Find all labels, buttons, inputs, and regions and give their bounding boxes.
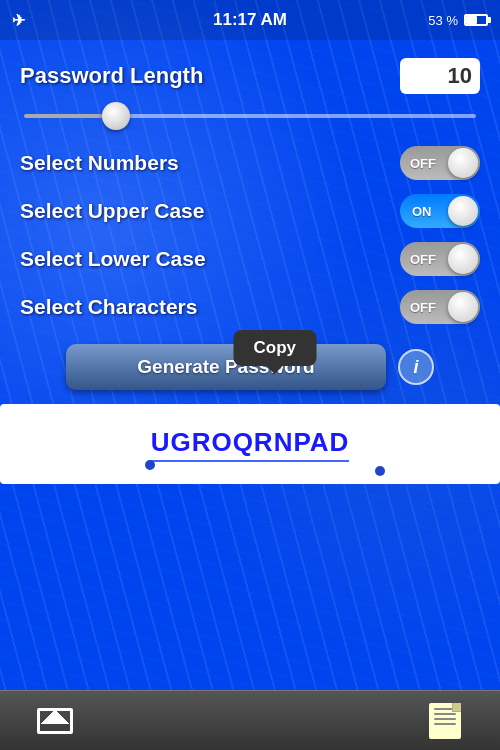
airplane-icon: ✈ [12,11,25,30]
selection-handle-left [145,460,155,470]
notes-line-1 [434,708,456,710]
battery-icon [464,14,488,26]
password-output-box: UGROQRNPAD [0,404,500,484]
toggle-state-text-uppercase: ON [412,204,432,219]
generate-button[interactable]: Generate Password [66,344,386,390]
status-bar: ✈ 11:17 AM 53 % [0,0,500,40]
toggle-row-numbers: Select NumbersOFF [20,146,480,180]
toggle-row-characters: Select CharactersOFF [20,290,480,324]
status-time: 11:17 AM [213,10,287,30]
main-content: Password Length Select NumbersOFFSelect … [0,40,500,484]
buttons-row: Copy Generate Password i [20,344,480,390]
toggle-state-text-lowercase: OFF [410,252,436,267]
status-right: 53 % [428,13,488,28]
status-left: ✈ [12,11,25,30]
toggle-label-uppercase: Select Upper Case [20,199,204,223]
toggle-thumb-characters [448,292,478,322]
password-length-label: Password Length [20,63,203,89]
toggle-state-text-characters: OFF [410,300,436,315]
toggle-thumb-uppercase [448,196,478,226]
toggle-switch-uppercase[interactable]: ON [400,194,480,228]
notes-icon [429,703,461,739]
toggle-state-text-numbers: OFF [410,156,436,171]
battery-percent: 53 % [428,13,458,28]
notes-line-2 [434,713,456,715]
slider-container [20,104,480,122]
toggle-row-uppercase: Select Upper CaseON [20,194,480,228]
toggle-label-numbers: Select Numbers [20,151,179,175]
toggle-thumb-lowercase [448,244,478,274]
tab-notes[interactable] [420,699,470,743]
tab-mail[interactable] [30,699,80,743]
tab-bar [0,690,500,750]
password-length-row: Password Length [20,58,480,94]
mail-icon [37,708,73,734]
toggles-container: Select NumbersOFFSelect Upper CaseONSele… [20,146,480,324]
battery-fill [466,16,477,24]
toggle-label-lowercase: Select Lower Case [20,247,206,271]
notes-line-4 [434,723,456,725]
toggle-thumb-numbers [448,148,478,178]
length-slider[interactable] [24,114,476,118]
copy-tooltip: Copy [234,330,317,366]
selection-handle-right [375,466,385,476]
password-output-text: UGROQRNPAD [151,427,350,462]
toggle-switch-lowercase[interactable]: OFF [400,242,480,276]
toggle-switch-characters[interactable]: OFF [400,290,480,324]
toggle-switch-numbers[interactable]: OFF [400,146,480,180]
copy-tooltip-text: Copy [254,338,297,357]
info-button[interactable]: i [398,349,434,385]
password-length-input[interactable] [400,58,480,94]
toggle-label-characters: Select Characters [20,295,197,319]
toggle-row-lowercase: Select Lower CaseOFF [20,242,480,276]
notes-line-3 [434,718,456,720]
